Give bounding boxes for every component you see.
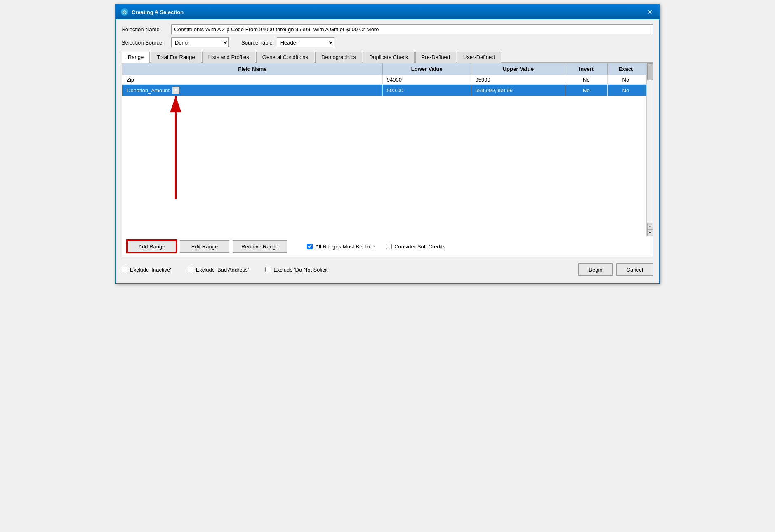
source-table-label: Source Table xyxy=(241,40,273,46)
tab-total-for-range[interactable]: Total For Range xyxy=(151,52,201,63)
cell-lower-1: 500.00 xyxy=(382,85,471,96)
col-header-field-name: Field Name xyxy=(122,63,383,75)
close-button[interactable]: ✕ xyxy=(646,8,654,16)
scrollbar-track[interactable]: ▲ ▼ xyxy=(646,63,653,236)
scroll-up-icon[interactable]: ▲ xyxy=(647,223,653,230)
selection-name-input[interactable] xyxy=(171,24,653,34)
selection-source-select[interactable]: Donor xyxy=(171,37,229,47)
cell-lower-0: 94000 xyxy=(382,75,471,85)
exclude-bad-address-group: Exclude 'Bad Address' xyxy=(188,267,249,273)
selection-name-row: Selection Name xyxy=(122,24,653,34)
range-actions-bar: Add Range Edit Range Remove Range All Ra… xyxy=(122,236,653,257)
dropdown-arrow-icon[interactable]: ▼ xyxy=(172,87,179,94)
exclude-inactive-group: Exclude 'Inactive' xyxy=(122,267,171,273)
title-bar: ◎ Creating A Selection ✕ xyxy=(116,5,659,19)
tab-pre-defined[interactable]: Pre-Defined xyxy=(415,52,456,63)
tab-duplicate-check[interactable]: Duplicate Check xyxy=(363,52,415,63)
footer-row: Exclude 'Inactive' Exclude 'Bad Address'… xyxy=(122,259,653,277)
cell-upper-0: 95999 xyxy=(471,75,565,85)
col-header-exact: Exact xyxy=(607,63,644,75)
selection-name-label: Selection Name xyxy=(122,26,167,33)
tab-demographics[interactable]: Demographics xyxy=(315,52,362,63)
exclude-inactive-label: Exclude 'Inactive' xyxy=(130,267,171,273)
window-body: Selection Name Selection Source Donor So… xyxy=(116,19,659,283)
soft-credits-checkbox[interactable] xyxy=(386,244,392,249)
selection-source-label: Selection Source xyxy=(122,40,167,46)
scroll-down-icon[interactable]: ▼ xyxy=(647,230,653,236)
cell-exact-1: No xyxy=(607,85,644,96)
footer-action-buttons: Begin Cancel xyxy=(578,263,653,276)
soft-credits-label: Consider Soft Credits xyxy=(394,244,445,250)
all-ranges-checkbox-group: All Ranges Must Be True xyxy=(307,244,375,250)
all-ranges-checkbox[interactable] xyxy=(307,244,313,249)
soft-credits-checkbox-group: Consider Soft Credits xyxy=(386,244,445,250)
range-table: Field Name Lower Value Upper Value Inver… xyxy=(122,63,653,96)
title-bar-left: ◎ Creating A Selection xyxy=(121,8,184,16)
table-row[interactable]: Donation_Amount ▼ 500.00 999,999,999.99 … xyxy=(122,85,653,96)
cell-exact-0: No xyxy=(607,75,644,85)
col-header-invert: Invert xyxy=(565,63,608,75)
source-table-select[interactable]: Header xyxy=(277,37,334,47)
exclude-do-not-solicit-label: Exclude 'Do Not Solicit' xyxy=(273,267,329,273)
tab-content-range: Field Name Lower Value Upper Value Inver… xyxy=(122,63,653,257)
dropdown-cell: Donation_Amount ▼ xyxy=(127,87,378,94)
tab-bar: Range Total For Range Lists and Profiles… xyxy=(122,51,653,63)
col-header-upper-value: Upper Value xyxy=(471,63,565,75)
col-header-lower-value: Lower Value xyxy=(382,63,471,75)
add-range-button[interactable]: Add Range xyxy=(127,240,177,253)
window-title: Creating A Selection xyxy=(132,9,184,15)
app-icon: ◎ xyxy=(121,8,128,16)
cell-invert-0: No xyxy=(565,75,608,85)
remove-range-button[interactable]: Remove Range xyxy=(233,240,287,253)
tab-lists-profiles[interactable]: Lists and Profiles xyxy=(202,52,255,63)
cell-upper-1: 999,999,999.99 xyxy=(471,85,565,96)
cell-invert-1: No xyxy=(565,85,608,96)
table-scroll-area[interactable]: Field Name Lower Value Upper Value Inver… xyxy=(122,63,653,236)
exclude-bad-address-checkbox[interactable] xyxy=(188,267,193,272)
annotation-arrow xyxy=(122,84,246,207)
tab-range[interactable]: Range xyxy=(122,52,150,63)
table-row[interactable]: Zip 94000 95999 No No xyxy=(122,75,653,85)
main-window: ◎ Creating A Selection ✕ Selection Name … xyxy=(115,4,660,284)
edit-range-button[interactable]: Edit Range xyxy=(180,240,229,253)
selection-source-row: Selection Source Donor Source Table Head… xyxy=(122,37,653,47)
cell-field-text-1: Donation_Amount xyxy=(127,87,170,94)
cell-field-name-1: Donation_Amount ▼ xyxy=(122,85,383,96)
tab-general-conditions[interactable]: General Conditions xyxy=(256,52,314,63)
exclude-do-not-solicit-group: Exclude 'Do Not Solicit' xyxy=(265,267,329,273)
exclude-do-not-solicit-checkbox[interactable] xyxy=(265,267,271,272)
scrollbar-thumb[interactable] xyxy=(647,63,653,80)
cell-field-name-0: Zip xyxy=(122,75,383,85)
tab-user-defined[interactable]: User-Defined xyxy=(457,52,501,63)
cancel-button[interactable]: Cancel xyxy=(616,263,653,276)
begin-button[interactable]: Begin xyxy=(578,263,612,276)
all-ranges-label: All Ranges Must Be True xyxy=(315,244,375,250)
exclude-bad-address-label: Exclude 'Bad Address' xyxy=(196,267,249,273)
exclude-inactive-checkbox[interactable] xyxy=(122,267,127,272)
